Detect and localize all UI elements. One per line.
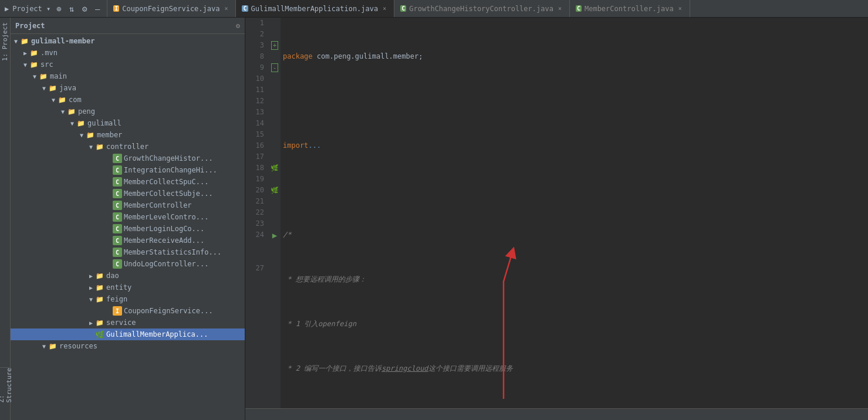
sidebar-gear-icon[interactable]: ⚙ (236, 22, 240, 30)
bottom-tab-label[interactable]: Z: Structure (0, 368, 13, 403)
tree-item-src[interactable]: ▼ 📁 src (11, 59, 245, 70)
class-c-icon: C (113, 248, 122, 257)
tree-item-growth-controller[interactable]: C GrowthChangeHistor... (11, 153, 245, 164)
tree-item-membercollect-spu[interactable]: C MemberCollectSpuC... (11, 176, 245, 188)
tree-label: MemberCollectSubje... (124, 189, 213, 198)
tab-bar: ▶ Project ▾ ⊕ ⇅ ⚙ — I CouponFeignService… (0, 0, 868, 18)
folder-blue-icon: 📁 (67, 107, 76, 116)
import-collapse[interactable]: + (271, 41, 279, 50)
tab-label: MemberController.java (585, 5, 674, 13)
tree-label: GulimallMemberApplica... (106, 330, 208, 338)
tree-arrow: ▼ (12, 38, 20, 45)
tree-item-controller[interactable]: ▼ 📁 controller (11, 141, 245, 153)
class-c-icon: C (113, 259, 122, 269)
class-i-orange-icon: I (113, 306, 122, 316)
tree-item-member-controller[interactable]: C MemberController (11, 199, 245, 211)
code-editor[interactable]: 1 2 3 8 9 10 11 12 13 14 15 16 17 18 19 … (245, 18, 868, 408)
tree-label: MemberController (124, 201, 192, 209)
tree-label: main (50, 72, 67, 80)
tree-item-resources[interactable]: ▼ 📁 resources (11, 340, 245, 352)
tree-item-feign[interactable]: ▼ 📁 feign (11, 293, 245, 305)
tab-close-icon[interactable]: × (222, 5, 229, 12)
file-tree[interactable]: ▼ 📁 gulimall-member ▶ 📁 .mvn ▼ 📁 src (11, 34, 245, 420)
tree-item-com[interactable]: ▼ 📁 com (11, 94, 245, 106)
folder-blue-icon: 📁 (48, 83, 58, 93)
folder-blue-icon: 📁 (95, 142, 104, 151)
tree-label: MemberLoginLogCo... (124, 225, 204, 233)
tab-icon: I (113, 5, 119, 12)
tree-item-main[interactable]: ▼ 📁 main (11, 70, 245, 82)
tree-item-gulimall-member[interactable]: ▼ 📁 gulimall-member (11, 35, 245, 47)
run-icon[interactable]: ▶ (269, 229, 281, 241)
tree-item-coupon-feign[interactable]: I CouponFeignService... (11, 305, 245, 317)
tab-member-controller[interactable]: C MemberController.java × (570, 0, 690, 17)
class-c-icon: C (113, 201, 122, 210)
tree-item-gulimall[interactable]: ▼ 📁 gulimall (11, 117, 245, 129)
comment-collapse[interactable]: - (271, 63, 279, 72)
code-line-2 (283, 96, 868, 107)
settings-icon[interactable]: ⚙ (80, 4, 89, 13)
tree-arrow: ▼ (31, 73, 39, 80)
tree-item-member[interactable]: ▼ 📁 member (11, 129, 245, 141)
tree-item-gulimall-member-app[interactable]: 🌿 GulimallMemberApplica... (11, 328, 245, 340)
folder-icon: 📁 (29, 48, 39, 57)
tree-label: MemberStatisticsInfo... (124, 248, 221, 256)
class-c-icon: C (113, 224, 122, 233)
tab-coupon-feign[interactable]: I CouponFeignService.java × (107, 0, 236, 17)
tree-label: MemberLevelContro... (124, 213, 209, 221)
code-line-13: * 2.1 在接口里声明@FeignClient("gulimall-coupo… (283, 408, 868, 408)
spring-icon: 🌿 (95, 330, 104, 339)
project-label[interactable]: Project ▾ (12, 5, 50, 13)
tree-arrow: ▼ (87, 296, 95, 303)
editor-tabs: I CouponFeignService.java × C GulimallMe… (107, 0, 868, 17)
tree-item-entity[interactable]: ▶ 📁 entity (11, 282, 245, 293)
class-c-icon: C (113, 177, 122, 187)
tree-item-memberloginlog[interactable]: C MemberLoginLogCo... (11, 223, 245, 235)
tab-growth-change[interactable]: C GrowthChangeHistoryController.java × (394, 0, 570, 17)
tree-label: CouponFeignService... (124, 307, 213, 315)
editor-area: 1 2 3 8 9 10 11 12 13 14 15 16 17 18 19 … (245, 18, 868, 420)
tab-close-icon[interactable]: × (381, 5, 388, 12)
code-line-10: * 想要远程调用的步骤： (283, 274, 868, 285)
tab-close-icon[interactable]: × (556, 5, 563, 12)
code-line-11: * 1 引入openfeign (283, 319, 868, 330)
tree-item-memberlevel[interactable]: C MemberLevelContro... (11, 211, 245, 223)
tree-label: dao (106, 272, 119, 280)
tree-label: MemberReceiveAdd... (124, 236, 204, 245)
folder-blue-icon: 📁 (76, 118, 86, 128)
tree-label: controller (106, 143, 148, 151)
left-tab-label[interactable]: 1: Project (0, 18, 10, 66)
class-c-icon: C (113, 154, 122, 163)
class-c-icon: C (113, 236, 122, 245)
tree-label: entity (106, 283, 131, 292)
structure-icon[interactable]: ⇅ (67, 4, 76, 13)
tree-item-memberstatistics[interactable]: C MemberStatisticsInfo... (11, 246, 245, 258)
tree-item-memberreceive[interactable]: C MemberReceiveAdd... (11, 235, 245, 246)
nav-icon[interactable]: ⊕ (54, 4, 63, 13)
minimize-icon[interactable]: — (93, 4, 102, 13)
code-line-1: package com.peng.gulimall.member; (283, 51, 868, 62)
tree-item-membercollect-subj[interactable]: C MemberCollectSubje... (11, 188, 245, 199)
tree-item-undolog[interactable]: C UndoLogController... (11, 258, 245, 270)
tree-item-integration-controller[interactable]: C IntegrationChangeHi... (11, 164, 245, 176)
class-c-icon: C (113, 212, 122, 222)
tree-arrow: ▼ (59, 109, 67, 115)
tree-arrow: ▼ (87, 144, 95, 150)
tab-close-icon[interactable]: × (677, 5, 684, 12)
tree-item-java[interactable]: ▼ 📁 java (11, 82, 245, 94)
status-text (250, 411, 254, 418)
tree-label: peng (78, 107, 95, 116)
folder-blue-icon: 📁 (95, 271, 104, 280)
tree-arrow: ▼ (21, 62, 29, 68)
sidebar-toolbar: ⚙ (236, 22, 240, 30)
code-line-12: * 2 编写一个接口，接口告诉springcloud这个接口需要调用远程服务 (283, 363, 868, 374)
tab-gulimall-member-app[interactable]: C GulimallMemberApplication.java × (236, 0, 394, 17)
tree-item-peng[interactable]: ▼ 📁 peng (11, 106, 245, 117)
tree-item-service[interactable]: ▶ 📁 service (11, 317, 245, 328)
tree-item-dao[interactable]: ▶ 📁 dao (11, 270, 245, 282)
sidebar-title: Project (15, 22, 45, 30)
tree-label: java (59, 84, 76, 92)
code-content[interactable]: package com.peng.gulimall.member; import… (281, 18, 868, 408)
tree-arrow: ▼ (40, 343, 48, 350)
tree-item-mvn[interactable]: ▶ 📁 .mvn (11, 47, 245, 59)
